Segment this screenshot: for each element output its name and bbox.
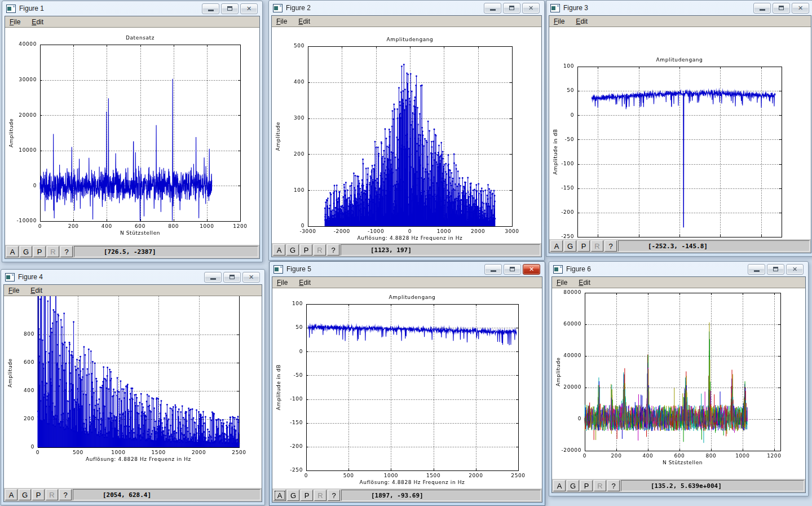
plot-area <box>552 288 805 479</box>
toolbar-button-r: R <box>314 244 326 256</box>
titlebar[interactable]: Figure 6 ✕ <box>551 262 806 276</box>
menu-file[interactable]: File <box>277 279 288 287</box>
toolbar-button-p[interactable]: P <box>32 489 45 500</box>
minimize-button[interactable] <box>204 272 222 283</box>
toolbar-button-g[interactable]: G <box>19 489 31 500</box>
maximize-icon <box>773 267 778 271</box>
toolbar-button-help[interactable]: ? <box>328 490 340 501</box>
plot-canvas[interactable] <box>549 27 811 239</box>
toolbar-button-a[interactable]: A <box>550 240 563 252</box>
minimize-button[interactable] <box>484 264 502 275</box>
minimize-icon <box>760 9 765 11</box>
maximize-button[interactable] <box>504 264 521 275</box>
window-title: Figure 6 <box>566 265 591 273</box>
menu-file[interactable]: File <box>557 279 567 287</box>
menu-file[interactable]: File <box>276 17 287 25</box>
window-title: Figure 3 <box>563 4 588 12</box>
coordinate-readout: [1123, 197] <box>341 244 540 256</box>
plot-area <box>272 27 541 243</box>
titlebar[interactable]: Figure 3 ✕ <box>549 1 811 15</box>
plot-canvas[interactable] <box>272 288 542 489</box>
toolbar-button-g[interactable]: G <box>564 240 576 252</box>
toolbar-button-p[interactable]: P <box>300 244 312 256</box>
minimize-button[interactable] <box>202 3 219 14</box>
minimize-button[interactable] <box>484 3 501 14</box>
minimize-button[interactable] <box>748 264 765 275</box>
toolbar-button-a[interactable]: A <box>5 489 17 500</box>
toolbar-button-g[interactable]: G <box>567 480 579 491</box>
toolbar-button-p[interactable]: P <box>580 480 593 491</box>
menu-edit[interactable]: Edit <box>298 17 310 25</box>
menu-file[interactable]: File <box>8 287 19 294</box>
plot-area <box>4 296 262 488</box>
menu-edit[interactable]: Edit <box>579 279 590 287</box>
plot-canvas[interactable] <box>552 288 805 479</box>
toolbar-button-g[interactable]: G <box>286 244 299 256</box>
plot-canvas[interactable] <box>272 27 541 243</box>
window-icon <box>5 273 15 281</box>
maximize-icon <box>510 267 515 271</box>
toolbar-button-a[interactable]: A <box>273 244 285 256</box>
menu-edit[interactable]: Edit <box>32 18 43 26</box>
titlebar[interactable]: Figure 2 ✕ <box>271 1 542 15</box>
maximize-button[interactable] <box>773 3 790 14</box>
plot-canvas[interactable] <box>5 28 259 245</box>
toolbar-button-r: R <box>46 489 58 500</box>
close-button[interactable]: ✕ <box>522 3 540 14</box>
toolbar-button-a[interactable]: A <box>273 490 286 501</box>
figure-1-window: Figure 1 ✕ FileEdit AGPR? [726.5, -2387] <box>2 1 263 262</box>
status-bar: AGPR? [2054, 628.4] <box>4 488 262 501</box>
toolbar-button-g[interactable]: G <box>287 490 299 501</box>
close-icon: ✕ <box>528 5 533 11</box>
maximize-button[interactable] <box>503 3 520 14</box>
close-icon: ✕ <box>529 266 534 272</box>
menu-edit[interactable]: Edit <box>30 287 42 294</box>
titlebar[interactable]: Figure 1 ✕ <box>5 1 260 16</box>
menu-file[interactable]: File <box>10 18 20 26</box>
toolbar-button-help[interactable]: ? <box>60 246 73 257</box>
menu-bar: FileEdit <box>5 16 259 28</box>
toolbar-button-p[interactable]: P <box>33 246 46 257</box>
close-button[interactable]: ✕ <box>523 264 540 275</box>
coordinate-readout: [-252.3, -145.8] <box>618 240 810 252</box>
titlebar[interactable]: Figure 4 ✕ <box>3 270 262 284</box>
close-button[interactable]: ✕ <box>786 264 804 275</box>
status-bar: AGPR? [135.2, 5.639e+004] <box>552 479 805 492</box>
toolbar-button-r: R <box>594 480 606 491</box>
plot-canvas[interactable] <box>4 296 262 488</box>
toolbar-button-p[interactable]: P <box>301 490 313 501</box>
menu-edit[interactable]: Edit <box>299 279 311 287</box>
maximize-button[interactable] <box>221 3 239 14</box>
status-bar: AGPR? [726.5, -2387] <box>5 245 259 258</box>
status-bar: AGPR? [1897, -93.69] <box>272 489 542 502</box>
coordinate-readout: [2054, 628.4] <box>73 489 261 500</box>
menu-edit[interactable]: Edit <box>576 17 588 25</box>
toolbar-button-a[interactable]: A <box>6 246 19 257</box>
window-icon <box>273 265 283 274</box>
toolbar-button-g[interactable]: G <box>20 246 32 257</box>
close-button[interactable]: ✕ <box>242 272 260 283</box>
toolbar-button-a[interactable]: A <box>553 480 566 491</box>
toolbar-button-p[interactable]: P <box>577 240 590 252</box>
close-button[interactable]: ✕ <box>240 3 258 14</box>
maximize-button[interactable] <box>223 272 241 283</box>
toolbar-button-r: R <box>314 490 326 501</box>
titlebar[interactable]: Figure 5 ✕ <box>272 262 542 276</box>
status-bar: AGPR? [-252.3, -145.8] <box>549 239 811 253</box>
window-icon <box>550 4 560 12</box>
menu-bar: FileEdit <box>272 16 541 27</box>
menu-file[interactable]: File <box>554 17 564 25</box>
toolbar-button-help[interactable]: ? <box>604 240 617 252</box>
maximize-button[interactable] <box>767 264 784 275</box>
window-title: Figure 2 <box>286 4 311 12</box>
minimize-button[interactable] <box>753 3 771 14</box>
close-button[interactable]: ✕ <box>792 3 809 14</box>
toolbar-button-help[interactable]: ? <box>327 244 339 256</box>
menu-bar: FileEdit <box>549 16 811 27</box>
plot-area <box>5 28 259 245</box>
toolbar-button-help[interactable]: ? <box>59 489 72 500</box>
status-bar: AGPR? [1123, 197] <box>272 243 541 257</box>
toolbar-button-help[interactable]: ? <box>607 480 620 491</box>
maximize-icon <box>779 6 784 10</box>
menu-bar: FileEdit <box>272 277 542 288</box>
